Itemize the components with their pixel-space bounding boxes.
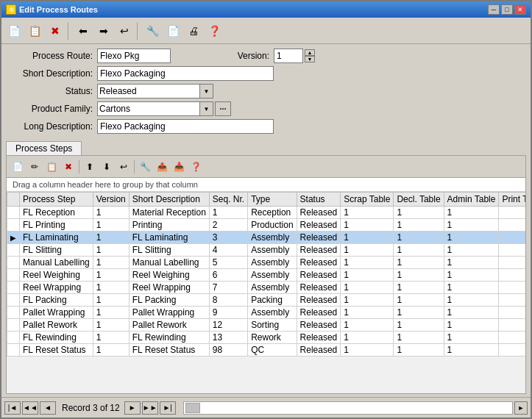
row-indicator-cell: ▶ xyxy=(7,232,20,244)
status-select[interactable]: Released Draft Obsolete xyxy=(97,84,200,99)
spin-down[interactable]: ▼ xyxy=(305,56,315,62)
spin-up[interactable]: ▲ xyxy=(305,49,315,56)
prev-button[interactable]: ⬅ xyxy=(74,21,93,40)
col-seq[interactable]: Seq. Nr. xyxy=(209,193,247,207)
inner-copy-button[interactable]: 📋 xyxy=(43,159,60,175)
col-scrap[interactable]: Scrap Table xyxy=(341,193,394,207)
table-row[interactable]: Manual Labelling1Manual Labelling5Assemb… xyxy=(7,257,526,269)
cell-admin: 1 xyxy=(444,332,499,344)
scroll-right-button[interactable]: ► xyxy=(514,401,528,415)
nav-first-button[interactable]: |◄ xyxy=(4,401,21,415)
product-family-dropdown-arrow[interactable]: ▼ xyxy=(200,101,213,116)
form-area: Process Route: Version: ▲ ▼ Short Descri… xyxy=(1,44,531,141)
horizontal-scrollbar[interactable] xyxy=(183,401,513,415)
table-row[interactable]: FL Reset Status1FL Reset Status98QCRelea… xyxy=(7,344,526,357)
col-admin[interactable]: Admin Table xyxy=(444,193,499,207)
cell-decl: 1 xyxy=(394,207,444,219)
copy-button[interactable]: 📋 xyxy=(25,21,44,40)
close-button[interactable]: ✕ xyxy=(514,4,526,15)
long-desc-label: Long Description: xyxy=(9,121,97,132)
cell-decl: 1 xyxy=(394,307,444,319)
table-row[interactable]: FL Rewinding1FL Rewinding13ReworkRelease… xyxy=(7,332,526,344)
drag-hint: Drag a column header here to group by th… xyxy=(7,178,525,192)
cell-version: 1 xyxy=(93,344,129,357)
cell-seq: 8 xyxy=(209,294,247,307)
cell-type: Reception xyxy=(248,207,297,219)
cell-scrap: 1 xyxy=(341,244,394,257)
nav-next-button[interactable]: ► xyxy=(124,401,141,415)
cell-step: FL Slitting xyxy=(20,244,93,257)
table-row[interactable]: ▶FL Laminating1FL Laminating3AssemblyRel… xyxy=(7,232,526,244)
inner-settings-button[interactable]: 🔧 xyxy=(137,159,153,175)
grid-wrapper[interactable]: Process Step Version Short Description S… xyxy=(7,192,525,393)
cell-step: FL Reception xyxy=(20,207,93,219)
minimize-button[interactable]: ─ xyxy=(488,4,500,15)
grid-header: Process Step Version Short Description S… xyxy=(7,193,526,207)
main-window: ⚙ Edit Process Routes ─ □ ✕ 📄 📋 ✖ ⬅ ➡ ↩ … xyxy=(0,0,532,419)
table-row[interactable]: FL Slitting1FL Slitting4AssemblyReleased… xyxy=(7,244,526,257)
scrollbar-thumb[interactable] xyxy=(185,403,200,413)
settings-button[interactable]: 🔧 xyxy=(143,21,162,40)
col-print[interactable]: Print Ticket xyxy=(499,193,525,207)
inner-down-button[interactable]: ⬇ xyxy=(99,159,115,175)
cell-step: Manual Labelling xyxy=(20,257,93,269)
tab-process-steps[interactable]: Process Steps xyxy=(6,141,82,155)
row-indicator-cell xyxy=(7,269,20,282)
cell-step: Reel Weighing xyxy=(20,269,93,282)
long-desc-input[interactable] xyxy=(97,119,274,134)
nav-prev-button[interactable]: ◄ xyxy=(40,401,56,415)
col-status[interactable]: Status xyxy=(297,193,341,207)
col-decl[interactable]: Decl. Table xyxy=(394,193,444,207)
inner-import-button[interactable]: 📥 xyxy=(171,159,187,175)
product-family-more-button[interactable]: ··· xyxy=(215,101,231,116)
table-row[interactable]: FL Packing1FL Packing8PackingReleased111 xyxy=(7,294,526,307)
table-row[interactable]: FL Reception1Material Reception1Receptio… xyxy=(7,207,526,219)
cell-print xyxy=(499,319,525,332)
cell-status: Released xyxy=(297,282,341,294)
delete-button[interactable]: ✖ xyxy=(46,21,65,40)
inner-help-button[interactable]: ❓ xyxy=(188,159,204,175)
cell-step: Reel Wrapping xyxy=(20,282,93,294)
nav-next2-button[interactable]: ►► xyxy=(142,401,158,415)
inner-refresh-button[interactable]: ↩ xyxy=(116,159,132,175)
col-type[interactable]: Type xyxy=(248,193,297,207)
cell-admin: 1 xyxy=(444,307,499,319)
inner-edit-button[interactable]: ✏ xyxy=(26,159,43,175)
process-route-input[interactable] xyxy=(97,49,171,63)
version-box: ▲ ▼ xyxy=(274,49,315,63)
cell-type: Assembly xyxy=(248,244,297,257)
table-row[interactable]: FL Printing1Printing2ProductionReleased1… xyxy=(7,219,526,232)
inner-new-button[interactable]: 📄 xyxy=(10,159,26,175)
cell-version: 1 xyxy=(93,232,129,244)
nav-last-button[interactable]: ►| xyxy=(160,401,176,415)
help-button[interactable]: ❓ xyxy=(205,21,224,40)
col-process-step[interactable]: Process Step xyxy=(20,193,93,207)
cell-scrap: 1 xyxy=(341,307,394,319)
table-row[interactable]: Pallet Rework1Pallet Rework12SortingRele… xyxy=(7,319,526,332)
version-input[interactable] xyxy=(274,49,303,63)
product-family-row: Product Family: Cartons ▼ ··· xyxy=(9,101,523,116)
inner-up-button[interactable]: ⬆ xyxy=(82,159,98,175)
document-button[interactable]: 📄 xyxy=(163,21,182,40)
inner-delete-button[interactable]: ✖ xyxy=(60,159,77,175)
print-button[interactable]: 🖨 xyxy=(184,21,203,40)
table-row[interactable]: Reel Wrapping1Reel Wrapping7AssemblyRele… xyxy=(7,282,526,294)
short-desc-input[interactable] xyxy=(97,66,274,81)
cell-seq: 2 xyxy=(209,219,247,232)
process-route-label: Process Route: xyxy=(9,51,97,61)
inner-export-button[interactable]: 📤 xyxy=(154,159,170,175)
cell-type: Sorting xyxy=(248,319,297,332)
col-version[interactable]: Version xyxy=(93,193,129,207)
undo-button[interactable]: ↩ xyxy=(115,21,134,40)
new-button[interactable]: 📄 xyxy=(4,21,24,40)
next-button[interactable]: ➡ xyxy=(94,21,113,40)
nav-prev2-button[interactable]: ◄◄ xyxy=(22,401,38,415)
product-family-select[interactable]: Cartons xyxy=(97,101,200,116)
col-short-desc[interactable]: Short Description xyxy=(129,193,209,207)
status-dropdown-arrow[interactable]: ▼ xyxy=(200,84,213,99)
table-row[interactable]: Reel Weighing1Reel Weighing6AssemblyRele… xyxy=(7,269,526,282)
long-desc-row: Long Description: xyxy=(9,119,523,134)
row-indicator-cell xyxy=(7,257,20,269)
table-row[interactable]: Pallet Wrapping1Pallet Wrapping9Assembly… xyxy=(7,307,526,319)
maximize-button[interactable]: □ xyxy=(501,4,513,15)
